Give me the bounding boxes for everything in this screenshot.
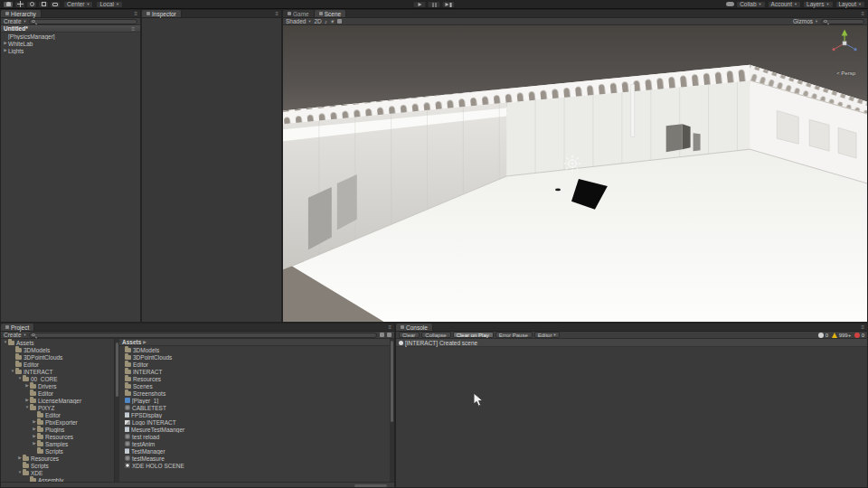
project-tree-item[interactable]: 3DModels (1, 346, 114, 353)
tab-hierarchy[interactable]: Hierarchy (1, 10, 42, 17)
scene-search-field[interactable] (821, 19, 864, 24)
gizmos-dropdown[interactable]: Gizmos ▼ (793, 18, 818, 24)
asset-item[interactable]: test reload (119, 433, 390, 440)
pivot-toggle[interactable]: Center ▼ (63, 1, 93, 8)
hierarchy-search-field[interactable] (29, 19, 137, 24)
project-search-field[interactable] (29, 333, 377, 338)
asset-item[interactable]: TestManager (119, 447, 390, 455)
project-list-scrollbar[interactable] (390, 339, 394, 482)
asset-item[interactable]: CABLETEST (119, 404, 390, 411)
pane-menu-icon[interactable]: ≡ (272, 10, 281, 17)
project-tree-item[interactable]: Editor (1, 389, 114, 397)
asset-item[interactable]: testMeasure (119, 455, 390, 462)
tab-console-label: Console (406, 324, 428, 331)
asset-item[interactable]: Scenes (119, 382, 390, 389)
asset-item[interactable]: Logo INTERACT (119, 418, 390, 426)
asset-item[interactable]: testAnim (119, 440, 390, 447)
rect-tool-button[interactable] (50, 1, 61, 8)
zoom-slider[interactable] (354, 484, 387, 487)
project-tree-item[interactable]: ▶ Plugins (1, 426, 114, 433)
console-toolbar-button[interactable]: Clear (399, 332, 420, 338)
scene-options-icon[interactable]: ≡ (128, 26, 137, 32)
create-menu-button[interactable]: Create ▼ (4, 332, 26, 338)
project-tree-item[interactable]: Scripts (1, 462, 114, 469)
project-tree-item[interactable]: Scripts (1, 447, 114, 455)
asset-item[interactable]: 3DPointClouds (119, 353, 390, 361)
perspective-label[interactable]: < Persp (836, 70, 855, 76)
console-toolbar-button[interactable]: Collapse (421, 332, 450, 338)
rotate-tool-button[interactable] (26, 1, 37, 8)
project-tree-item[interactable]: ▼ XDE (1, 469, 114, 476)
project-tree-item[interactable]: ▼ Assets (1, 339, 114, 346)
console-toolbar-button[interactable]: Clear on Play (453, 332, 494, 338)
hand-tool-button[interactable] (3, 1, 14, 8)
project-tree-item[interactable]: ▼ INTERACT (1, 368, 114, 375)
asset-item[interactable]: XDE HOLO SCENE (119, 462, 390, 469)
scrollbar-thumb[interactable] (116, 343, 118, 397)
hierarchy-item[interactable]: [PhysicsManager] (1, 33, 140, 40)
account-dropdown[interactable]: Account ▼ (768, 1, 801, 8)
asset-item[interactable]: INTERACT (119, 368, 390, 375)
pause-button[interactable] (428, 1, 441, 8)
label-filter-icon[interactable] (387, 333, 392, 337)
effects-toggle-icon[interactable]: ☀ (330, 19, 335, 24)
cloud-icon[interactable] (726, 2, 734, 6)
project-tree-item[interactable]: ▶ Resources (1, 433, 114, 440)
asset-item[interactable]: 3DModels (119, 346, 390, 353)
pane-menu-icon[interactable]: ≡ (385, 324, 394, 331)
asset-item[interactable]: Screenshots (119, 389, 390, 397)
project-tree-item[interactable]: ▶ Resources (1, 455, 114, 462)
project-tree-item[interactable]: ▶ Drivers (1, 382, 114, 389)
lock-icon[interactable] (380, 333, 384, 337)
asset-item[interactable]: FPSDisplay (119, 411, 390, 418)
tab-project[interactable]: Project (1, 324, 34, 331)
handle-space-toggle[interactable]: Local ▼ (96, 1, 123, 8)
asset-item[interactable]: [Player_1] (119, 397, 390, 404)
console-toolbar-button[interactable]: Error Pause (495, 332, 533, 338)
breadcrumb[interactable]: Assets ▶ (119, 339, 390, 346)
project-tree-item[interactable]: Editor (1, 411, 114, 418)
hierarchy-item[interactable]: ▶ WhiteLab (1, 40, 140, 47)
log-entry-row[interactable]: [INTERACT] Created scene (396, 339, 867, 347)
scene-viewport[interactable]: < Persp (283, 25, 867, 322)
audio-toggle-icon[interactable]: ♪ (325, 19, 327, 24)
project-tree-item[interactable]: ▼ 00_CORE (1, 375, 114, 382)
project-tree-item[interactable]: 3DPointClouds (1, 353, 114, 361)
pane-menu-icon[interactable]: ≡ (858, 324, 867, 331)
scene-header-row[interactable]: Untitled* ≡ (1, 25, 140, 33)
layout-dropdown[interactable]: Layout ▼ (835, 1, 866, 8)
step-button[interactable] (442, 1, 456, 8)
project-tree-label: PiXYZ (38, 405, 54, 411)
layers-dropdown[interactable]: Layers ▼ (803, 1, 833, 8)
move-tool-button[interactable] (14, 1, 25, 8)
info-count-toggle[interactable]: 0 (818, 333, 828, 338)
hierarchy-item[interactable]: ▶ Lights (1, 47, 140, 54)
error-count-toggle[interactable]: 0 (854, 333, 864, 338)
tab-scene[interactable]: Scene (315, 10, 346, 17)
pivot-label: Center (67, 1, 85, 7)
project-tree-scrollbar[interactable] (115, 339, 119, 482)
asset-item[interactable]: Resources (119, 375, 390, 382)
play-button[interactable] (413, 1, 427, 8)
project-tree-item[interactable]: ▶ Samples (1, 440, 114, 447)
create-menu-button[interactable]: Create ▼ (4, 18, 26, 24)
asset-item[interactable]: Editor (119, 361, 390, 368)
warning-count-toggle[interactable]: 999+ (832, 333, 851, 338)
project-tree-item[interactable]: ▶ LicenseManager (1, 397, 114, 404)
asset-item[interactable]: MesureTestMaanger (119, 426, 390, 433)
project-tree-item[interactable]: ▶ PbxExporter (1, 418, 114, 426)
pane-menu-icon[interactable]: ≡ (131, 10, 140, 17)
shading-mode-dropdown[interactable]: Shaded ▼ (286, 18, 311, 24)
lighting-toggle-icon[interactable] (337, 19, 342, 23)
toggle-2d[interactable]: 2D (314, 18, 321, 24)
scrollbar-thumb[interactable] (391, 341, 393, 422)
scale-tool-button[interactable] (38, 1, 49, 8)
project-tree-item[interactable]: Editor (1, 361, 114, 368)
tab-console[interactable]: Console (396, 324, 433, 331)
pane-menu-icon[interactable]: ≡ (858, 10, 867, 17)
tab-game[interactable]: Game (283, 10, 315, 17)
project-tree-item[interactable]: ▼ PiXYZ (1, 404, 114, 411)
console-toolbar-button[interactable]: Editor ▼ (534, 332, 561, 338)
collab-dropdown[interactable]: Collab ▼ (736, 1, 765, 8)
tab-inspector[interactable]: Inspector (142, 10, 182, 17)
